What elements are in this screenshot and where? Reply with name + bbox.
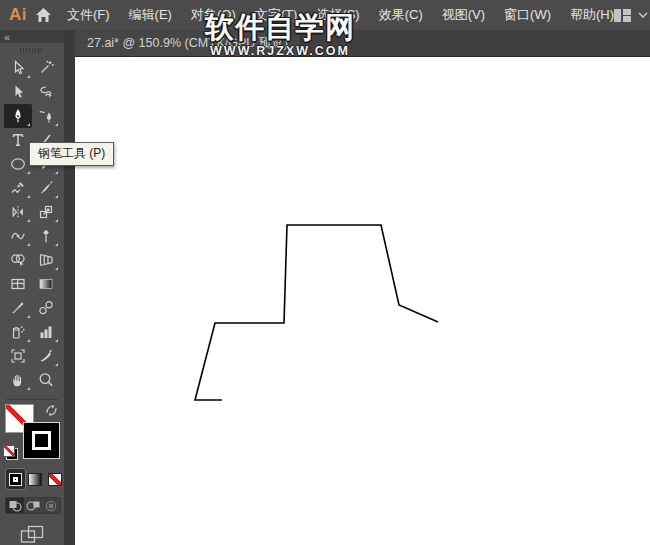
type-icon [9,131,27,149]
symbol-sprayer-icon [9,323,27,341]
tool-grid [0,56,64,392]
collapse-panel-button[interactable]: « [0,32,9,42]
none-swatch-icon [48,473,62,486]
direct-selection-tool[interactable] [4,80,32,104]
menu-file[interactable]: 文件(F) [67,6,110,24]
paint-style-buttons [6,469,64,489]
hand-icon [9,371,27,389]
draw-behind-button[interactable] [24,498,42,513]
panel-gripper[interactable] [20,48,44,53]
color-icon [9,473,22,486]
illustrator-logo[interactable]: Ai [0,5,35,25]
menu-object[interactable]: 对象(O) [191,6,236,24]
knife-icon [37,179,55,197]
menubar: Ai 文件(F) 编辑(E) 对象(O) 文字(T) 选择(S) 效果(C) 视… [0,0,650,30]
document-tab-title: 27.ai* @ 150.9% (CMYK/GPU 预览) [87,35,288,52]
reflect-tool[interactable] [4,200,32,224]
draw-inside-button[interactable] [42,498,60,513]
knife-tool[interactable] [32,176,60,200]
lasso-icon [37,83,55,101]
pen-path[interactable] [195,225,438,400]
ellipse-tool[interactable] [4,152,32,176]
chevron-down-icon [638,12,648,18]
home-button[interactable] [35,4,52,26]
shaper-icon [9,179,27,197]
menu-list: 文件(F) 编辑(E) 对象(O) 文字(T) 选择(S) 效果(C) 视图(V… [67,6,614,24]
perspective-grid-tool[interactable] [32,248,60,272]
drawing-modes [5,497,61,514]
canvas[interactable] [75,57,650,545]
ellipse-icon [9,155,27,173]
column-graph-tool[interactable] [32,320,60,344]
stroke-swatch[interactable] [23,422,60,459]
artboard-tool[interactable] [4,344,32,368]
menu-edit[interactable]: 编辑(E) [129,6,172,24]
selection-tool[interactable] [4,56,32,80]
default-swatches-icon[interactable] [3,445,18,460]
scale-icon [37,203,55,221]
pen-tool[interactable] [4,104,32,128]
gradient-tool[interactable] [32,272,60,296]
menu-effect[interactable]: 效果(C) [379,6,423,24]
document-area: 27.ai* @ 150.9% (CMYK/GPU 预览) [75,30,650,545]
workspace-layout-icon [614,9,631,22]
draw-behind-icon [25,499,41,513]
artboard-icon [9,347,27,365]
column-graph-icon [37,323,55,341]
tools-dock: « [0,30,75,545]
fill-stroke-controls [0,403,64,463]
draw-normal-icon [7,499,23,513]
blend-tool[interactable] [32,296,60,320]
gradient-swatch-icon [28,473,42,486]
slice-icon [37,347,55,365]
shape-builder-tool[interactable] [4,248,32,272]
scale-tool[interactable] [32,200,60,224]
draw-normal-button[interactable] [6,498,24,513]
selection-arrow-icon [9,59,27,77]
gradient-icon [37,275,55,293]
panel-header: « [0,30,64,43]
panel-divider [6,399,58,400]
blend-icon [37,299,55,317]
mesh-icon [9,275,27,293]
width-icon [9,227,27,245]
tooltip-text: 钢笔工具 (P) [38,146,105,160]
curvature-tool[interactable] [32,104,60,128]
artwork-layer [75,57,650,545]
zoom-icon [37,371,55,389]
width-tool[interactable] [4,224,32,248]
gradient-button[interactable] [26,469,45,489]
none-button[interactable] [45,469,64,489]
shaper-tool[interactable] [4,176,32,200]
document-tab[interactable]: 27.ai* @ 150.9% (CMYK/GPU 预览) [75,30,301,56]
direct-selection-arrow-icon [9,83,27,101]
screen-mode-icon [20,525,44,544]
color-button[interactable] [6,469,25,489]
puppet-warp-tool[interactable] [32,224,60,248]
perspective-grid-icon [37,251,55,269]
swap-fill-stroke-icon[interactable] [44,403,59,418]
hand-tool[interactable] [4,368,32,392]
type-tool[interactable] [4,128,32,152]
menu-window[interactable]: 窗口(W) [504,6,551,24]
symbol-sprayer-tool[interactable] [4,320,32,344]
menu-type[interactable]: 文字(T) [255,6,298,24]
puppet-pin-icon [37,227,55,245]
menu-view[interactable]: 视图(V) [442,6,485,24]
tools-panel: « [0,30,64,545]
menu-select[interactable]: 选择(S) [316,6,359,24]
lasso-tool[interactable] [32,80,60,104]
magic-wand-tool[interactable] [32,56,60,80]
workspace-switcher[interactable] [614,9,650,22]
home-icon [35,7,52,23]
zoom-tool[interactable] [32,368,60,392]
slice-tool[interactable] [32,344,60,368]
mesh-tool[interactable] [4,272,32,296]
eyedropper-tool[interactable] [4,296,32,320]
document-tabbar: 27.ai* @ 150.9% (CMYK/GPU 预览) [75,30,650,57]
reflect-icon [9,203,27,221]
menu-help[interactable]: 帮助(H) [570,6,614,24]
shape-builder-icon [9,251,27,269]
screen-mode-button[interactable] [19,525,45,544]
pen-icon [9,107,27,125]
